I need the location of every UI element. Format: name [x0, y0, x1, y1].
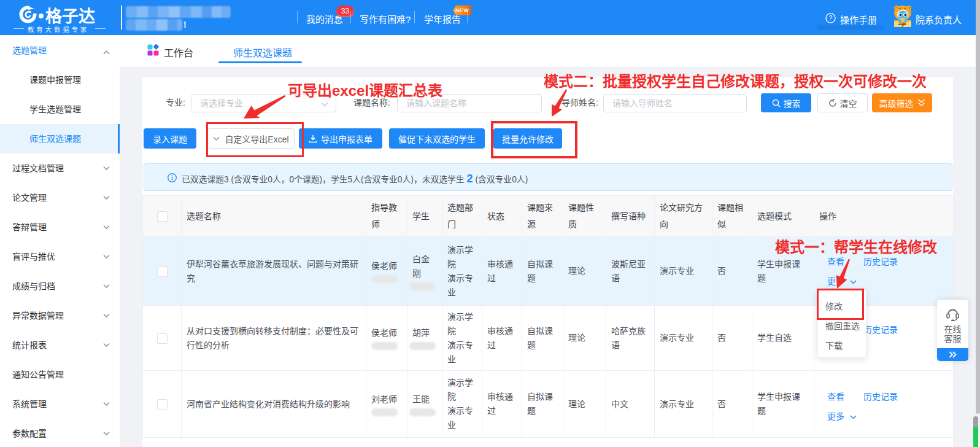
svg-text:?: ? — [829, 15, 833, 21]
